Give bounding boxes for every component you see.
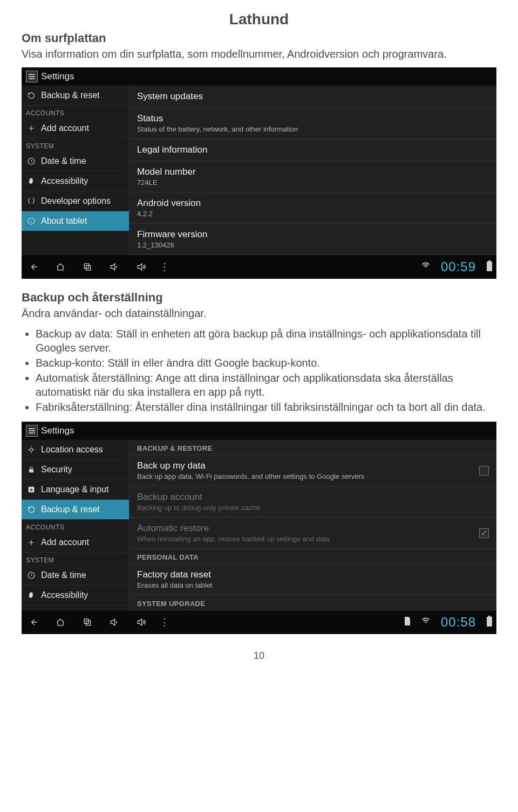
- main-model-number[interactable]: Model number724LE: [130, 161, 496, 192]
- sidebar-label: Language & input: [41, 485, 108, 494]
- volume-down-icon[interactable]: [106, 260, 123, 273]
- menu-dots-icon[interactable]: ⋮: [160, 616, 169, 628]
- sliders-icon: [26, 425, 38, 437]
- svg-point-16: [32, 430, 34, 431]
- main-android-version[interactable]: Android version4.2.2: [130, 192, 496, 224]
- sidebar-label: Add account: [41, 123, 89, 133]
- main-header-personal-data: PERSONAL DATA: [130, 549, 496, 564]
- refresh-icon: [26, 91, 37, 100]
- sec1-body: Visa information om din surfplatta, som …: [22, 47, 496, 61]
- back-icon[interactable]: [25, 616, 42, 629]
- menu-dots-icon[interactable]: ⋮: [160, 261, 169, 273]
- sidebar-item-backup-reset[interactable]: Backup & reset: [22, 86, 129, 106]
- volume-down-icon[interactable]: [106, 616, 123, 629]
- plus-icon: [26, 538, 37, 547]
- volume-up-icon[interactable]: [133, 616, 150, 629]
- home-icon[interactable]: [52, 616, 69, 629]
- back-icon[interactable]: [25, 260, 42, 273]
- main-header-backup-restore: BACKUP & RESTORE: [130, 440, 496, 455]
- wifi-icon: [420, 260, 431, 273]
- settings-topbar: Settings: [22, 422, 496, 440]
- sidebar-label: About tablet: [41, 216, 87, 226]
- home-icon[interactable]: [52, 260, 69, 273]
- navbar-clock: 00:58: [441, 615, 476, 630]
- sidebar-item-backup-reset[interactable]: Backup & reset: [22, 500, 129, 520]
- plus-icon: [26, 124, 37, 133]
- svg-rect-10: [487, 262, 492, 271]
- sidebar-item-add-account[interactable]: Add account: [22, 119, 129, 139]
- screenshot-backup-reset: Settings Location access Security A Lang…: [22, 422, 496, 634]
- svg-point-17: [30, 432, 32, 433]
- svg-rect-11: [488, 260, 490, 262]
- svg-rect-1: [29, 76, 35, 77]
- main-header-system-upgrade: SYSTEM UPGRADE: [130, 595, 496, 610]
- sidebar-label: Backup & reset: [41, 91, 100, 100]
- recent-apps-icon[interactable]: [79, 260, 96, 273]
- settings-sidebar: Backup & reset ACCOUNTS Add account SYST…: [22, 86, 130, 255]
- svg-rect-9: [86, 266, 91, 270]
- svg-text:A: A: [30, 487, 33, 492]
- main-back-up-my-data[interactable]: Back up my data Back up app data, Wi-Fi …: [130, 455, 496, 486]
- navbar-clock: 00:59: [441, 259, 476, 274]
- braces-icon: [26, 197, 37, 205]
- hand-icon: [26, 177, 37, 185]
- main-backup-account: Backup account Backing up to debug-only …: [130, 486, 496, 518]
- page-number: 10: [22, 650, 496, 662]
- main-automatic-restore: Automatic restore When reinstalling an a…: [130, 518, 496, 549]
- svg-rect-12: [29, 428, 35, 429]
- sidebar-item-date-time[interactable]: Date & time: [22, 152, 129, 171]
- lock-icon: [26, 465, 37, 474]
- system-navbar: ⋮ 00:59: [22, 255, 496, 279]
- doc-title: Lathund: [22, 11, 496, 28]
- clock-icon: [26, 571, 37, 580]
- sidebar-label: Add account: [41, 538, 89, 547]
- sidebar-item-add-account[interactable]: Add account: [22, 533, 129, 553]
- main-factory-reset[interactable]: Factory data reset Erases all data on ta…: [130, 564, 496, 595]
- settings-sidebar: Location access Security A Language & in…: [22, 440, 130, 610]
- recent-apps-icon[interactable]: [79, 616, 96, 629]
- sidebar-header-accounts: ACCOUNTS: [22, 520, 129, 533]
- sidebar-item-language-input[interactable]: A Language & input: [22, 480, 129, 500]
- sidebar-item-about-tablet[interactable]: About tablet: [22, 211, 129, 231]
- sidebar-label: Date & time: [41, 570, 86, 580]
- svg-point-4: [32, 75, 34, 77]
- svg-rect-25: [487, 617, 492, 627]
- topbar-title: Settings: [41, 71, 74, 82]
- sidebar-label: Accessibility: [41, 590, 88, 600]
- sidebar-label: Date & time: [41, 156, 86, 166]
- checkbox-empty-icon[interactable]: [479, 466, 489, 476]
- sidebar-item-accessibility[interactable]: Accessibility: [22, 171, 129, 191]
- sidebar-header-system: SYSTEM: [22, 553, 129, 566]
- sidebar-label: Accessibility: [41, 176, 88, 186]
- bullet-item: Backup-konto: Ställ in eller ändra ditt …: [36, 356, 496, 370]
- volume-up-icon[interactable]: [133, 260, 150, 273]
- sidebar-item-accessibility[interactable]: Accessibility: [22, 586, 129, 605]
- svg-point-5: [30, 78, 32, 79]
- sidebar-label: Security: [41, 465, 72, 474]
- sidebar-item-date-time[interactable]: Date & time: [22, 566, 129, 586]
- checkbox-checked-icon: [479, 528, 489, 538]
- svg-rect-26: [488, 616, 490, 617]
- main-firmware-version[interactable]: Firmware version1.2_130428: [130, 224, 496, 255]
- screenshot-about-tablet: Settings Backup & reset ACCOUNTS Add acc…: [22, 67, 496, 279]
- main-status[interactable]: StatusStatus of the battery, network, an…: [130, 108, 496, 139]
- target-icon: [26, 445, 37, 454]
- battery-icon: [486, 260, 493, 274]
- clock-icon: [26, 157, 37, 166]
- svg-point-3: [30, 73, 31, 75]
- sidebar-item-location-access[interactable]: Location access: [22, 440, 129, 460]
- svg-rect-8: [84, 264, 88, 268]
- sidebar-label: Location access: [41, 445, 103, 455]
- sidebar-label: Backup & reset: [41, 505, 100, 514]
- sidebar-item-developer-options[interactable]: Developer options: [22, 191, 129, 211]
- main-legal-info[interactable]: Legal information: [130, 139, 496, 161]
- sidebar-item-security[interactable]: Security: [22, 460, 129, 480]
- settings-main: BACKUP & RESTORE Back up my data Back up…: [130, 440, 496, 610]
- sliders-icon: [26, 71, 38, 82]
- bullet-list: Backup av data: Ställ in enheten att gör…: [36, 327, 496, 414]
- system-navbar: ⋮ 00:58: [22, 610, 496, 634]
- main-system-updates[interactable]: System updates: [130, 86, 496, 108]
- svg-rect-23: [84, 619, 88, 623]
- topbar-title: Settings: [41, 425, 74, 436]
- svg-point-18: [30, 448, 32, 451]
